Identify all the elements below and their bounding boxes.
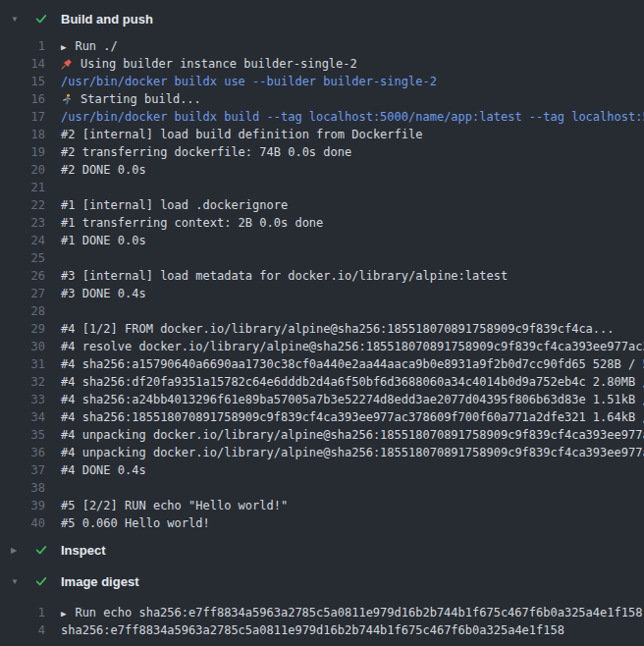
log-line: 35#4 unpacking docker.io/library/alpine@… <box>0 426 644 444</box>
log-line-text: #2 DONE 0.0s <box>45 161 146 179</box>
log-line-text: /usr/bin/docker buildx build --tag local… <box>45 108 644 126</box>
log-line: 19#2 transferring dockerfile: 74B 0.0s d… <box>0 143 644 161</box>
line-number[interactable]: 21 <box>0 179 45 196</box>
section-header-image-digest[interactable]: ▼ Image digest <box>0 570 644 592</box>
log-line-text: #4 DONE 0.4s <box>45 461 146 479</box>
log-lines-build-and-push: 1▶Run ./14Using builder instance builder… <box>0 37 644 532</box>
line-number[interactable]: 23 <box>0 214 45 232</box>
log-group-build-and-push: ▼ Build and push 1▶Run ./14Using builder… <box>0 8 644 532</box>
line-number[interactable]: 26 <box>0 267 45 285</box>
log-line-text: #1 DONE 0.0s <box>45 232 146 249</box>
line-number[interactable]: 33 <box>0 391 45 408</box>
line-number[interactable]: 25 <box>0 249 45 267</box>
log-line-text <box>45 302 61 320</box>
log-line: 20#2 DONE 0.0s <box>0 161 644 179</box>
log-line: 27#3 DONE 0.4s <box>0 285 644 302</box>
line-number[interactable]: 36 <box>0 444 45 461</box>
section-spacer <box>0 561 644 570</box>
success-check-icon <box>33 542 49 558</box>
log-line-text: #1 transferring context: 2B 0.0s done <box>45 214 323 232</box>
line-number[interactable]: 15 <box>0 73 45 90</box>
line-number[interactable]: 17 <box>0 108 45 126</box>
line-number[interactable]: 24 <box>0 232 45 249</box>
line-number[interactable]: 27 <box>0 285 45 302</box>
log-line-text: #4 unpacking docker.io/library/alpine@sh… <box>45 426 644 444</box>
success-check-icon <box>33 573 49 589</box>
log-line-text: #4 resolve docker.io/library/alpine@sha2… <box>45 338 644 355</box>
log-line-text: ▶Run ./ <box>45 37 118 55</box>
line-number[interactable]: 19 <box>0 143 45 161</box>
line-number[interactable]: 1 <box>0 604 45 621</box>
log-line: 4sha256:e7ff8834a5963a2785c5a0811e979d16… <box>0 621 644 639</box>
log-line: 1▶Run echo sha256:e7ff8834a5963a2785c5a0… <box>0 604 644 621</box>
line-number[interactable]: 38 <box>0 479 45 497</box>
chevron-down-icon[interactable]: ▼ <box>8 577 27 586</box>
log-line-text <box>45 249 61 267</box>
log-group-inspect: ▶ Inspect <box>0 539 644 570</box>
chevron-down-icon[interactable]: ▼ <box>8 15 27 24</box>
line-number[interactable]: 32 <box>0 373 45 391</box>
log-line: 34#4 sha256:185518070891758909c9f839cf4c… <box>0 408 644 426</box>
line-number[interactable]: 1 <box>0 37 45 55</box>
log-line-text: #4 sha256:a24bb4013296f61e89ba57005a7b3e… <box>45 391 644 408</box>
log-line-text: #5 0.060 Hello world! <box>45 514 210 532</box>
expand-run-icon[interactable]: ▶ <box>61 38 66 56</box>
line-number[interactable]: 20 <box>0 161 45 179</box>
log-line-text: #2 transferring dockerfile: 74B 0.0s don… <box>45 143 351 161</box>
section-title: Image digest <box>61 574 138 589</box>
log-line: 39#5 [2/2] RUN echo "Hello world!" <box>0 497 644 514</box>
section-title: Build and push <box>61 12 153 27</box>
line-number[interactable]: 31 <box>0 355 45 373</box>
log-line: 29#4 [1/2] FROM docker.io/library/alpine… <box>0 320 644 338</box>
line-number[interactable]: 34 <box>0 408 45 426</box>
line-number[interactable]: 14 <box>0 55 45 73</box>
line-number[interactable]: 30 <box>0 338 45 355</box>
log-line-text: #3 DONE 0.4s <box>45 285 146 302</box>
line-number[interactable]: 22 <box>0 196 45 214</box>
log-line: 14Using builder instance builder-single-… <box>0 55 644 73</box>
line-number[interactable]: 29 <box>0 320 45 338</box>
log-line-text: #5 [2/2] RUN echo "Hello world!" <box>45 497 288 514</box>
success-check-icon <box>33 11 49 27</box>
log-line: 24#1 DONE 0.0s <box>0 232 644 249</box>
log-line: 30#4 resolve docker.io/library/alpine@sh… <box>0 338 644 355</box>
log-line-text: #4 unpacking docker.io/library/alpine@sh… <box>45 444 644 461</box>
log-line: 36#4 unpacking docker.io/library/alpine@… <box>0 444 644 461</box>
line-number[interactable]: 39 <box>0 497 45 514</box>
section-header-build-and-push[interactable]: ▼ Build and push <box>0 8 644 29</box>
log-line-text: #4 sha256:185518070891758909c9f839cf4ca3… <box>45 408 644 426</box>
log-line: 18#2 [internal] load build definition fr… <box>0 126 644 143</box>
log-line-text <box>45 479 61 497</box>
line-number[interactable]: 37 <box>0 461 45 479</box>
log-line: 15/usr/bin/docker buildx use --builder b… <box>0 73 644 90</box>
log-line: 17/usr/bin/docker buildx build --tag loc… <box>0 108 644 126</box>
log-line: 26#3 [internal] load metadata for docker… <box>0 267 644 285</box>
log-lines-image-digest: 1▶Run echo sha256:e7ff8834a5963a2785c5a0… <box>0 604 644 639</box>
log-line-text: /usr/bin/docker buildx use --builder bui… <box>45 73 437 90</box>
log-line: 32#4 sha256:df20fa9351a15782c64e6dddb2d4… <box>0 373 644 391</box>
expand-run-icon[interactable]: ▶ <box>61 605 66 622</box>
section-header-inspect[interactable]: ▶ Inspect <box>0 539 644 561</box>
line-number[interactable]: 35 <box>0 426 45 444</box>
line-number[interactable]: 18 <box>0 126 45 143</box>
log-line-text <box>45 179 61 196</box>
line-number[interactable]: 4 <box>0 621 45 639</box>
log-line-text: #4 [1/2] FROM docker.io/library/alpine@s… <box>45 320 615 338</box>
log-line-text: ▶Run echo sha256:e7ff8834a5963a2785c5a08… <box>45 604 642 621</box>
log-line-text: Using builder instance builder-single-2 <box>45 55 357 73</box>
log-line-text: sha256:e7ff8834a5963a2785c5a0811e979d16b… <box>45 621 564 639</box>
log-line: 33#4 sha256:a24bb4013296f61e89ba57005a7b… <box>0 391 644 408</box>
log-line: 16Starting build... <box>0 90 644 108</box>
chevron-right-icon[interactable]: ▶ <box>8 546 27 555</box>
log-line-text: #4 sha256:a15790640a6690aa1730c38cf0a440… <box>45 355 644 373</box>
log-line-text: #3 [internal] load metadata for docker.i… <box>45 267 508 285</box>
log-line-text: #4 sha256:df20fa9351a15782c64e6dddb2d4a6… <box>45 373 644 391</box>
section-title: Inspect <box>61 543 106 558</box>
line-number[interactable]: 40 <box>0 514 45 532</box>
line-number[interactable]: 16 <box>0 90 45 108</box>
log-line: 21 <box>0 179 644 196</box>
log-line: 40#5 0.060 Hello world! <box>0 514 644 532</box>
log-line: 23#1 transferring context: 2B 0.0s done <box>0 214 644 232</box>
line-number[interactable]: 28 <box>0 302 45 320</box>
log-line: 37#4 DONE 0.4s <box>0 461 644 479</box>
